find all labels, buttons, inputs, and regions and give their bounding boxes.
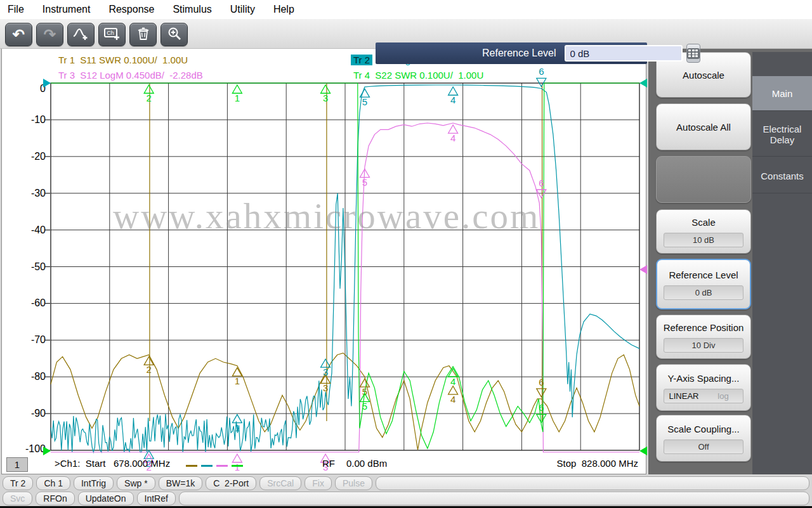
y-axis-spacing-button[interactable]: Y-Axis Spacing...LINEARlog bbox=[656, 364, 751, 411]
status-srccal[interactable]: SrcCal bbox=[259, 476, 301, 490]
menu-item-utility[interactable]: Utility bbox=[230, 4, 255, 15]
autoscale-all-button[interactable]: Autoscale All bbox=[656, 103, 751, 150]
trace-desc: S22 SWR 0.100U/ 1.00U bbox=[375, 70, 483, 81]
status-empty-segment bbox=[376, 476, 809, 490]
button-value: Off bbox=[664, 440, 743, 454]
status-swp-[interactable]: Swp * bbox=[117, 476, 155, 490]
scale-panel: Scale ✕ MainElectrical DelayConstants Au… bbox=[648, 24, 812, 474]
svg-text:-100: -100 bbox=[25, 443, 46, 454]
svg-text:4: 4 bbox=[450, 133, 455, 143]
delete-button[interactable] bbox=[129, 23, 157, 46]
button-label: Autoscale All bbox=[676, 121, 731, 133]
trace-label-tr3[interactable]: Tr 3 S12 LogM 0.450dB/ -2.28dB bbox=[56, 70, 203, 81]
trace-legend-dash bbox=[186, 465, 197, 467]
undo-button[interactable]: ↶ bbox=[5, 23, 32, 46]
svg-text:1: 1 bbox=[235, 422, 240, 433]
menu-item-instrument[interactable]: Instrument bbox=[43, 4, 91, 15]
trace-id[interactable]: Tr 1 bbox=[56, 55, 77, 65]
svg-text:5: 5 bbox=[362, 401, 367, 412]
trace-id[interactable]: Tr 2 bbox=[351, 55, 372, 65]
button-label: Autoscale bbox=[683, 69, 724, 81]
trace-desc: S11 SWR 0.100U/ 1.00U bbox=[80, 55, 188, 65]
status-bar-row2: SvcRFOnUpdateOnIntRef bbox=[3, 492, 809, 505]
button-label: Reference Position bbox=[664, 322, 744, 334]
status-fix[interactable]: Fix bbox=[304, 476, 332, 490]
svg-text:-30: -30 bbox=[31, 188, 46, 199]
menu-item-stimulus[interactable]: Stimulus bbox=[173, 4, 211, 15]
trace-id[interactable]: Tr 3 bbox=[56, 70, 77, 81]
svg-text:6: 6 bbox=[539, 377, 544, 388]
axis-rf-label: RF bbox=[322, 458, 335, 469]
keypad-button[interactable] bbox=[686, 44, 700, 63]
svg-text:4: 4 bbox=[450, 376, 455, 387]
status-inttrig[interactable]: IntTrig bbox=[74, 476, 114, 490]
scale-button[interactable]: Scale10 dB bbox=[656, 209, 751, 254]
svg-text:-40: -40 bbox=[31, 225, 46, 235]
trace-legend-dash bbox=[201, 465, 213, 467]
trace-label-tr1[interactable]: Tr 1 S11 SWR 0.100U/ 1.00U bbox=[56, 55, 188, 65]
menu-bar: FileInstrumentResponseStimulusUtilityHel… bbox=[0, 0, 812, 19]
menu-item-response[interactable]: Response bbox=[108, 4, 154, 15]
scale-coupling-button[interactable]: Scale Coupling...Off bbox=[656, 415, 751, 462]
redo-icon: ↷ bbox=[44, 27, 56, 42]
status-bw-1k[interactable]: BW=1k bbox=[159, 476, 203, 490]
status-intref[interactable]: IntRef bbox=[137, 492, 176, 505]
svg-text:5: 5 bbox=[362, 386, 367, 397]
undo-icon: ↶ bbox=[13, 27, 25, 42]
keypad-icon bbox=[687, 48, 700, 59]
svg-text:-50: -50 bbox=[31, 261, 46, 272]
status-rfon[interactable]: RFOn bbox=[36, 492, 74, 505]
svg-text:6: 6 bbox=[539, 402, 544, 413]
button-label: Scale Coupling... bbox=[667, 423, 739, 435]
add-channel-button[interactable]: Ch bbox=[98, 23, 126, 46]
status-bar-row1: Tr 2Ch 1IntTrigSwp *BW=1kC 2-PortSrcCalF… bbox=[3, 476, 809, 490]
reference-level-bar: Reference Level bbox=[376, 42, 647, 64]
svg-text:4: 4 bbox=[450, 394, 455, 405]
button-label: Reference Level bbox=[669, 269, 738, 281]
status-ch-1[interactable]: Ch 1 bbox=[36, 476, 70, 490]
status-tr-2[interactable]: Tr 2 bbox=[3, 476, 33, 490]
trace-label-tr4[interactable]: Tr 4 S22 SWR 0.100U/ 1.00U bbox=[351, 70, 483, 81]
button-value: 10 Div bbox=[664, 338, 743, 353]
status-c-2-port[interactable]: C 2-Port bbox=[206, 476, 256, 490]
axis-rf-value: 0.00 dBm bbox=[346, 458, 387, 469]
button-value: 0 dB bbox=[664, 285, 743, 300]
svg-text:1: 1 bbox=[235, 375, 240, 386]
reference-level-button[interactable]: Reference Level0 dB bbox=[656, 259, 751, 309]
svg-text:-10: -10 bbox=[31, 114, 46, 125]
add-channel-icon: Ch bbox=[103, 26, 121, 44]
axis-stop-label: Stop 828.000 MHz bbox=[536, 458, 638, 469]
svg-text:-90: -90 bbox=[31, 408, 46, 419]
delete-icon bbox=[136, 26, 151, 44]
menu-item-file[interactable]: File bbox=[8, 4, 24, 15]
menu-item-help[interactable]: Help bbox=[273, 4, 294, 15]
status-updateon[interactable]: UpdateOn bbox=[78, 492, 134, 505]
status-svc[interactable]: Svc bbox=[3, 492, 32, 505]
add-trace-icon bbox=[72, 26, 90, 44]
button-value: 10 dB bbox=[664, 233, 743, 247]
status-empty-segment bbox=[179, 492, 809, 505]
svg-text:4: 4 bbox=[450, 94, 455, 105]
trace-id[interactable]: Tr 4 bbox=[351, 70, 372, 81]
button-label: Y-Axis Spacing... bbox=[668, 372, 740, 384]
redo-button[interactable]: ↷ bbox=[36, 23, 63, 46]
svg-text:2: 2 bbox=[146, 364, 151, 375]
trace-legend-dash bbox=[232, 465, 243, 467]
svg-text:5: 5 bbox=[362, 177, 367, 188]
zoom-in-icon bbox=[167, 26, 182, 44]
linear-log-toggle[interactable]: LINEARlog bbox=[664, 389, 743, 403]
button-label: Scale bbox=[691, 216, 716, 228]
zoom-in-button[interactable] bbox=[160, 23, 188, 46]
blank-button[interactable] bbox=[656, 156, 751, 203]
svg-text:3: 3 bbox=[323, 382, 328, 393]
svg-text:Ch: Ch bbox=[107, 30, 114, 36]
reference-position-button[interactable]: Reference Position10 Div bbox=[656, 315, 751, 359]
svg-text:-60: -60 bbox=[31, 297, 46, 308]
status-pulse[interactable]: Pulse bbox=[335, 476, 372, 490]
axis-start-label: >Ch1: Start 678.000 MHz bbox=[55, 458, 170, 469]
svg-text:5: 5 bbox=[362, 96, 367, 107]
add-trace-button[interactable] bbox=[67, 23, 95, 46]
reference-level-input[interactable] bbox=[565, 45, 683, 62]
svg-text:3: 3 bbox=[323, 93, 328, 103]
svg-text:1: 1 bbox=[235, 93, 240, 103]
